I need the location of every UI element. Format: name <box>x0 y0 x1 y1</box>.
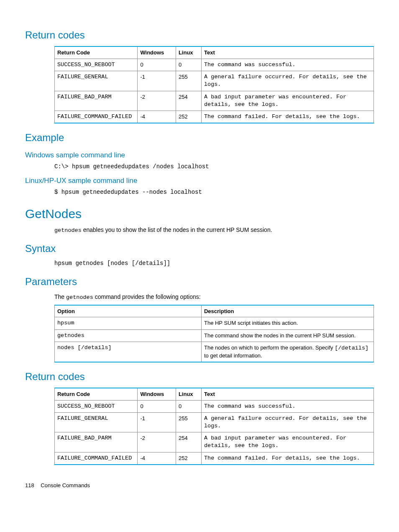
footer-title: Console Commands <box>41 482 90 488</box>
heading-return-codes-2: Return codes <box>25 370 374 383</box>
table-row: SUCCESS_NO_REBOOT 0 0 The command was su… <box>55 59 374 71</box>
parameters-description: The getnodes command provides the follow… <box>54 293 374 301</box>
th-linux: Linux <box>176 388 201 400</box>
cell-text: A general failure occurred. For details,… <box>201 412 373 432</box>
heading-parameters: Parameters <box>25 275 374 288</box>
cell-code: SUCCESS_NO_REBOOT <box>55 400 138 412</box>
cell-text: The command was successful. <box>201 59 373 71</box>
cell-lin: 0 <box>176 400 201 412</box>
cell-text: A general failure occurred. For details,… <box>201 71 373 91</box>
th-windows: Windows <box>138 388 176 400</box>
desc-post: to get detail information. <box>204 352 262 359</box>
cell-lin: 252 <box>176 452 201 465</box>
cell-win: 0 <box>138 59 176 71</box>
params-text-post: command provides the following options: <box>93 293 201 300</box>
table-row: FAILURE_COMMAND_FAILED -4 252 The comman… <box>55 452 374 465</box>
cell-text: The command was successful. <box>201 400 373 412</box>
return-codes-table-2: Return Code Windows Linux Text SUCCESS_N… <box>54 388 374 465</box>
heading-getnodes: GetNodes <box>25 206 374 223</box>
windows-sample-command: C:\> hpsum getneededupdates /nodes local… <box>54 163 374 171</box>
cell-code: FAILURE_BAD_PARM <box>55 432 138 452</box>
desc-code: [/details] <box>335 345 368 351</box>
cell-win: -4 <box>138 111 176 123</box>
cell-code: FAILURE_GENERAL <box>55 412 138 432</box>
th-description: Description <box>201 305 373 317</box>
getnodes-code: getnodes <box>54 227 82 234</box>
cell-code: FAILURE_COMMAND_FAILED <box>55 111 138 123</box>
cell-win: -2 <box>138 432 176 452</box>
table-row: hpsum The HP SUM script initiates this a… <box>55 317 374 329</box>
th-linux: Linux <box>176 46 201 59</box>
th-text: Text <box>201 46 373 59</box>
page-footer: 118 Console Commands <box>25 482 374 489</box>
cell-lin: 254 <box>176 432 201 452</box>
linux-sample-command: $ hpsum getneededupdates --nodes localho… <box>54 188 374 196</box>
desc-pre: The nodes on which to perform the operat… <box>204 344 335 351</box>
cell-description: The HP SUM script initiates this action. <box>201 317 373 329</box>
getnodes-text: enables you to show the list of the node… <box>82 226 272 233</box>
th-option: Option <box>55 305 202 317</box>
heading-linux-sample: Linux/HP-UX sample command line <box>25 176 374 186</box>
cell-text: A bad input parameter was encountered. F… <box>201 91 373 111</box>
cell-code: FAILURE_COMMAND_FAILED <box>55 452 138 465</box>
cell-win: -4 <box>138 452 176 465</box>
cell-lin: 255 <box>176 412 201 432</box>
cell-win: -1 <box>138 412 176 432</box>
th-return-code: Return Code <box>55 46 138 59</box>
table-row: FAILURE_BAD_PARM -2 254 A bad input para… <box>55 432 374 452</box>
th-text: Text <box>201 388 373 400</box>
cell-win: -2 <box>138 91 176 111</box>
cell-option: nodes [/details] <box>55 342 202 362</box>
cell-lin: 252 <box>176 111 201 123</box>
cell-description: The nodes on which to perform the operat… <box>201 342 373 362</box>
cell-code: FAILURE_BAD_PARM <box>55 91 138 111</box>
cell-win: -1 <box>138 71 176 91</box>
cell-win: 0 <box>138 400 176 412</box>
table-row: FAILURE_GENERAL -1 255 A general failure… <box>55 71 374 91</box>
page-number: 118 <box>25 482 34 489</box>
table-row: getnodes The command show the nodes in t… <box>55 329 374 342</box>
cell-text: The command failed. For details, see the… <box>201 452 373 465</box>
cell-text: The command failed. For details, see the… <box>201 111 373 123</box>
cell-code: FAILURE_GENERAL <box>55 71 138 91</box>
table-row: nodes [/details] The nodes on which to p… <box>55 342 374 362</box>
table-row: FAILURE_BAD_PARM -2 254 A bad input para… <box>55 91 374 111</box>
cell-text: A bad input parameter was encountered. F… <box>201 432 373 452</box>
cell-lin: 255 <box>176 71 201 91</box>
table-row: FAILURE_GENERAL -1 255 A general failure… <box>55 412 374 432</box>
cell-option: hpsum <box>55 317 202 329</box>
params-code: getnodes <box>66 294 93 301</box>
parameters-table: Option Description hpsum The HP SUM scri… <box>54 305 374 362</box>
cell-lin: 254 <box>176 91 201 111</box>
heading-return-codes-1: Return codes <box>25 28 374 42</box>
getnodes-description: getnodes enables you to show the list of… <box>54 226 374 234</box>
cell-option: getnodes <box>55 329 202 342</box>
table-row: SUCCESS_NO_REBOOT 0 0 The command was su… <box>55 400 374 412</box>
cell-lin: 0 <box>176 59 201 71</box>
cell-description: The command show the nodes in the curren… <box>201 329 373 342</box>
return-codes-table-1: Return Code Windows Linux Text SUCCESS_N… <box>54 46 374 123</box>
params-text-pre: The <box>54 293 66 300</box>
th-windows: Windows <box>138 46 176 59</box>
table-row: FAILURE_COMMAND_FAILED -4 252 The comman… <box>55 111 374 123</box>
cell-code: SUCCESS_NO_REBOOT <box>55 59 138 71</box>
th-return-code: Return Code <box>55 388 138 400</box>
syntax-command: hpsum getnodes [nodes [/details]] <box>54 260 374 267</box>
heading-windows-sample: Windows sample command line <box>25 151 374 160</box>
heading-syntax: Syntax <box>25 242 374 255</box>
heading-example: Example <box>25 131 374 144</box>
